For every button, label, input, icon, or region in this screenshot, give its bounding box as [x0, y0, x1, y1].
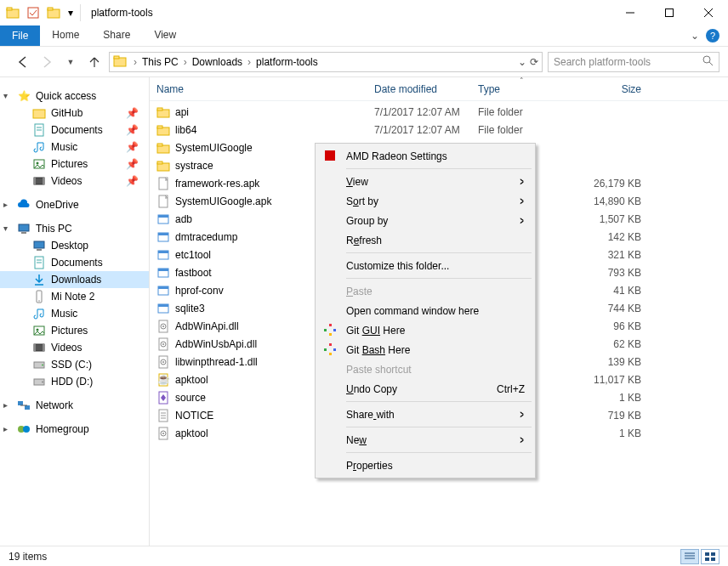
help-icon[interactable]: ? — [706, 29, 719, 42]
view-details-button[interactable] — [680, 549, 699, 564]
tab-home[interactable]: Home — [40, 25, 91, 46]
sidebar-item[interactable]: Mi Note 2 — [0, 288, 149, 305]
sidebar-homegroup[interactable]: ▸Homegroup — [0, 421, 149, 438]
column-type[interactable]: ˄Type — [471, 77, 572, 100]
close-button[interactable] — [689, 0, 728, 25]
sidebar-item[interactable]: SSD (C:) — [0, 356, 149, 373]
git-icon — [324, 343, 338, 357]
file-name: NOTICE — [175, 410, 213, 422]
tab-file[interactable]: File — [0, 25, 40, 46]
status-bar: 19 items — [0, 546, 728, 566]
column-size[interactable]: Size — [572, 77, 650, 100]
chevron-down-icon[interactable]: ▾ — [3, 224, 8, 233]
sidebar-item[interactable]: Desktop — [0, 237, 149, 254]
chevron-right-icon: > — [520, 176, 523, 188]
crumb-current[interactable]: platform-tools — [253, 54, 321, 70]
svg-rect-65 — [158, 286, 168, 289]
crumb-downloads[interactable]: Downloads — [189, 54, 246, 70]
navigation-bar: ▼ › This PC › Downloads › platform-tools… — [0, 47, 728, 77]
tab-share[interactable]: Share — [91, 25, 142, 46]
sidebar-quick-access[interactable]: ▾⭐Quick access — [0, 88, 149, 105]
menu-item[interactable]: Undo CopyCtrl+Z — [317, 379, 533, 399]
menu-item-label: New — [346, 434, 367, 446]
svg-rect-4 — [48, 8, 53, 10]
properties-qat-icon[interactable] — [26, 5, 41, 20]
maximize-button[interactable] — [650, 0, 689, 25]
menu-item-label: Group by — [346, 215, 388, 227]
network-icon — [17, 399, 31, 412]
sidebar-item[interactable]: Documents — [0, 254, 149, 271]
file-size: 41 KB — [572, 285, 650, 297]
sidebar-item[interactable]: Downloads — [0, 271, 149, 288]
crumb-thispc[interactable]: This PC — [139, 54, 182, 70]
menu-item[interactable]: Customize this folder... — [317, 256, 533, 275]
sidebar-item[interactable]: Pictures — [0, 322, 149, 339]
chevron-right-icon[interactable]: › — [132, 56, 139, 68]
menu-item[interactable]: Open command window here — [317, 301, 533, 320]
refresh-icon[interactable]: ⟳ — [530, 56, 538, 68]
menu-item[interactable]: AMD Radeon Settings — [317, 146, 533, 166]
menu-item[interactable]: New> — [317, 430, 533, 450]
chevron-down-icon[interactable]: ▾ — [3, 91, 8, 100]
menu-item[interactable]: Sort by> — [317, 191, 533, 211]
view-large-icons-button[interactable] — [701, 549, 719, 564]
sidebar-item[interactable]: Pictures📌 — [0, 156, 149, 173]
menu-item[interactable]: Git GUI Here — [317, 320, 533, 340]
chevron-right-icon[interactable]: › — [182, 56, 189, 68]
minimize-button[interactable] — [611, 0, 650, 25]
sidebar-thispc[interactable]: ▾This PC — [0, 220, 149, 237]
back-button[interactable] — [14, 53, 32, 71]
item-icon — [32, 106, 46, 120]
sidebar-item[interactable]: HDD (D:) — [0, 373, 149, 390]
file-row[interactable]: lib647/1/2017 12:07 AMFile folder — [150, 121, 728, 139]
ribbon-expand-icon[interactable]: ⌄ — [691, 30, 699, 42]
sidebar-item[interactable]: Music — [0, 305, 149, 322]
menu-item[interactable]: Properties — [317, 456, 533, 475]
sidebar-network[interactable]: ▸Network — [0, 397, 149, 414]
address-bar[interactable]: › This PC › Downloads › platform-tools ⌄… — [109, 52, 543, 72]
sidebar-item[interactable]: Music📌 — [0, 139, 149, 156]
sidebar-item[interactable]: Videos — [0, 339, 149, 356]
recent-dropdown-icon[interactable]: ▼ — [61, 53, 80, 71]
menu-item: Paste shortcut — [317, 359, 533, 379]
menu-item[interactable]: Git Bash Here — [317, 340, 533, 359]
sidebar-label: Quick access — [36, 90, 96, 102]
sidebar-item-label: Music — [51, 141, 77, 153]
address-dropdown-icon[interactable]: ⌄ — [518, 56, 526, 68]
sidebar-item[interactable]: Documents📌 — [0, 122, 149, 139]
menu-item[interactable]: Share with> — [317, 405, 533, 424]
sidebar-item[interactable]: Videos📌 — [0, 173, 149, 190]
file-date: 7/1/2017 12:07 AM — [367, 124, 471, 136]
svg-rect-13 — [33, 110, 45, 118]
sidebar-onedrive[interactable]: ▸OneDrive — [0, 196, 149, 213]
column-name[interactable]: Name — [150, 77, 367, 100]
chevron-right-icon[interactable]: ▸ — [3, 424, 8, 433]
forward-button[interactable] — [37, 53, 56, 71]
window-controls — [611, 0, 728, 25]
search-icon[interactable] — [702, 54, 714, 69]
item-icon — [32, 123, 46, 137]
qat-dropdown-icon[interactable]: ▾ — [66, 5, 75, 20]
dll-icon — [156, 337, 170, 351]
chevron-right-icon[interactable]: ▸ — [3, 200, 8, 209]
star-icon: ⭐ — [17, 89, 31, 103]
file-type: File folder — [471, 106, 572, 118]
menu-item[interactable]: Group by> — [317, 211, 533, 230]
chevron-right-icon[interactable]: ▸ — [3, 400, 8, 410]
menu-item[interactable]: View> — [317, 172, 533, 191]
tab-view[interactable]: View — [142, 25, 188, 46]
search-input[interactable]: Search platform-tools — [548, 52, 719, 72]
menu-item[interactable]: Refresh — [317, 230, 533, 250]
sidebar-item[interactable]: GitHub📌 — [0, 105, 149, 122]
svg-point-73 — [162, 343, 164, 345]
column-date[interactable]: Date modified — [367, 77, 471, 100]
git-icon — [324, 324, 338, 337]
svg-rect-42 — [25, 405, 30, 410]
up-button[interactable] — [85, 53, 104, 71]
file-row[interactable]: api7/1/2017 12:07 AMFile folder — [150, 103, 728, 121]
folder-qat-icon[interactable] — [46, 5, 61, 20]
chevron-right-icon[interactable]: › — [246, 56, 253, 68]
item-icon — [32, 174, 46, 188]
svg-rect-67 — [158, 304, 168, 307]
item-icon — [32, 256, 46, 269]
